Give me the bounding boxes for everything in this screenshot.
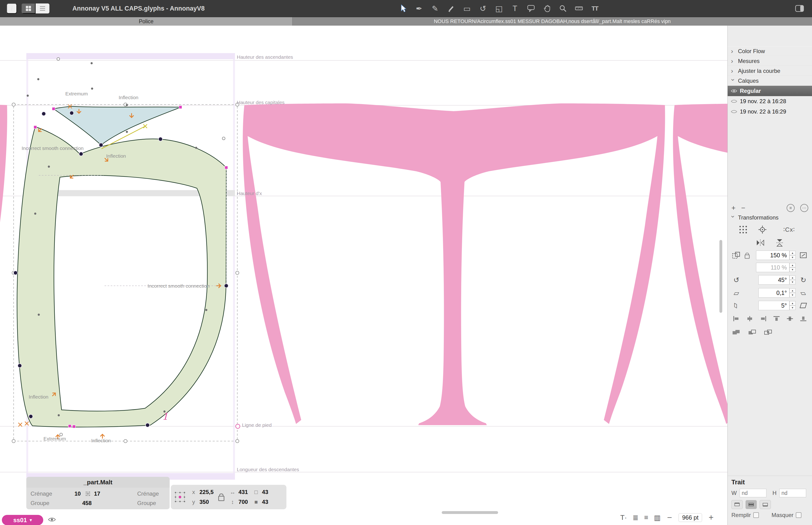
x-value[interactable]: 225,5: [199, 489, 214, 495]
proportions-lock-icon[interactable]: [218, 496, 224, 501]
glyph-name-box[interactable]: _part.Malt: [26, 477, 170, 487]
mirror-vertical-button[interactable]: [774, 239, 785, 246]
zoom-level-field[interactable]: 966 pt: [678, 513, 702, 522]
tab-police[interactable]: Police: [0, 17, 292, 26]
info-icon[interactable]: i: [6, 3, 17, 14]
transform-reference-point-button[interactable]: [757, 225, 768, 234]
draw-tool-icon[interactable]: ✒: [413, 3, 426, 14]
transform-metrics-reference-button[interactable]: ∶Cx∶: [776, 226, 802, 234]
layer-options-button[interactable]: ⋯: [800, 204, 808, 212]
select-tool-icon[interactable]: [397, 3, 410, 14]
preview-eye-icon[interactable]: [48, 517, 56, 523]
mirror-horizontal-button[interactable]: [755, 239, 766, 246]
filter-layers-button[interactable]: ≡: [787, 204, 795, 212]
knife-tool-icon[interactable]: [445, 3, 458, 14]
align-list-icon-3[interactable]: ▥: [654, 513, 660, 522]
text-tool-icon[interactable]: T: [509, 3, 521, 14]
baseline-origin-marker[interactable]: [236, 424, 240, 429]
scale-tool-icon[interactable]: ◱: [493, 3, 505, 14]
list-view-button[interactable]: [35, 3, 49, 14]
rotate-tool-icon[interactable]: ↺: [477, 3, 489, 14]
stepper-up[interactable]: ▴: [790, 301, 796, 305]
selection-handle[interactable]: [12, 439, 15, 443]
panel-calques[interactable]: › Calques: [727, 76, 812, 86]
measure-tool-icon[interactable]: [572, 3, 585, 14]
eye-icon[interactable]: [731, 109, 737, 114]
align-center-h-button[interactable]: [744, 316, 755, 322]
fill-checkbox[interactable]: [753, 512, 759, 518]
zoom-in-button[interactable]: +: [708, 512, 715, 522]
stroke-align-center-button[interactable]: [746, 500, 757, 509]
kerning-left-value[interactable]: 10: [75, 491, 81, 497]
panel-mesures[interactable]: › Mesures: [727, 56, 812, 66]
panel-color-flow[interactable]: › Color Flow: [727, 46, 812, 56]
transformations-header[interactable]: › Transformations: [727, 213, 812, 223]
kerning-right-value[interactable]: 17: [94, 491, 100, 497]
hand-tool-icon[interactable]: [541, 3, 553, 14]
stepper-up[interactable]: ▴: [790, 263, 796, 267]
stroke-width-input[interactable]: [740, 489, 766, 497]
group-value[interactable]: 458: [82, 500, 92, 507]
align-top-button[interactable]: [771, 316, 782, 322]
selection-handle[interactable]: [12, 103, 15, 106]
transform-origin-grid-button[interactable]: [738, 225, 749, 234]
eye-icon[interactable]: [731, 99, 737, 103]
stepper-down[interactable]: ▾: [790, 280, 796, 284]
stepper-down[interactable]: ▾: [790, 267, 796, 272]
layer-row-regular[interactable]: Regular: [727, 86, 812, 96]
rotate-input[interactable]: [759, 275, 790, 285]
stepper-up[interactable]: ▴: [790, 251, 796, 255]
slant-x-input[interactable]: [759, 288, 790, 298]
align-list-icon-2[interactable]: ≡: [644, 513, 648, 522]
align-bottom-button[interactable]: [798, 316, 809, 322]
zoom-out-button[interactable]: −: [666, 512, 673, 522]
apply-slant-y-button[interactable]: [798, 302, 809, 309]
mask-checkbox[interactable]: [796, 512, 801, 518]
stroke-align-right-button[interactable]: [760, 500, 771, 509]
selection-handle[interactable]: [236, 271, 239, 274]
glyph-path-leg[interactable]: [17, 127, 226, 427]
add-layer-button[interactable]: +: [731, 204, 736, 212]
tab-edit-text[interactable]: NOUS RETOURN/Acircumflex.ss01 MESSUR DAG…: [292, 17, 812, 26]
grid-view-button[interactable]: [21, 3, 35, 14]
apply-rotate-button[interactable]: ↻: [798, 276, 809, 284]
stroke-align-left-button[interactable]: [731, 500, 743, 509]
apply-scale-button[interactable]: [798, 252, 809, 259]
stepper-up[interactable]: ▴: [790, 288, 796, 293]
annotation-tool-icon[interactable]: [525, 3, 537, 14]
glyph-edit-canvas[interactable]: Hauteur des ascendantes Hauteur des capi…: [0, 26, 727, 525]
boolean-intersect-button[interactable]: [763, 329, 774, 335]
align-right-button[interactable]: [758, 316, 768, 322]
stepper-down[interactable]: ▾: [790, 293, 796, 297]
width-value[interactable]: 431: [239, 489, 248, 495]
align-left-button[interactable]: [731, 316, 742, 322]
layer-row-backup-1[interactable]: 19 nov. 22 à 16:28: [727, 96, 812, 106]
boolean-subtract-button[interactable]: [747, 329, 758, 335]
text-preview-icon[interactable]: T·: [620, 513, 627, 522]
remove-layer-button[interactable]: −: [741, 204, 746, 212]
stepper-up[interactable]: ▴: [790, 275, 796, 280]
stepper-down[interactable]: ▾: [790, 305, 796, 310]
horizontal-scrollbar[interactable]: [442, 511, 498, 514]
apply-slant-x-button[interactable]: ▱: [798, 289, 809, 297]
pencil-tool-icon[interactable]: ✎: [429, 3, 442, 14]
align-list-icon-1[interactable]: ≣: [632, 513, 638, 522]
stepper-down[interactable]: ▾: [790, 255, 796, 260]
panel-ajuster-courbe[interactable]: › Ajuster la courbe: [727, 66, 812, 76]
scale-y-input[interactable]: [756, 263, 790, 272]
eye-icon[interactable]: [731, 89, 737, 93]
height-value[interactable]: 700: [239, 499, 248, 505]
vertical-scrollbar[interactable]: [719, 240, 722, 313]
layer-row-backup-2[interactable]: 19 nov. 22 à 16:29: [727, 106, 812, 117]
selection-handle[interactable]: [124, 439, 127, 443]
boolean-union-button[interactable]: [731, 329, 742, 335]
truetype-tool-icon[interactable]: TT: [588, 3, 601, 14]
slant-y-input[interactable]: [759, 301, 790, 310]
feature-ss01-button[interactable]: ss01 ▾: [2, 515, 43, 525]
scale-lock-icon[interactable]: [745, 255, 750, 259]
selection-handle[interactable]: [236, 439, 239, 443]
y-value[interactable]: 350: [199, 499, 209, 505]
scale-x-input[interactable]: [756, 251, 790, 260]
shapes-tool-icon[interactable]: ▭: [461, 3, 473, 14]
sidebar-toggle-icon[interactable]: [793, 3, 806, 14]
